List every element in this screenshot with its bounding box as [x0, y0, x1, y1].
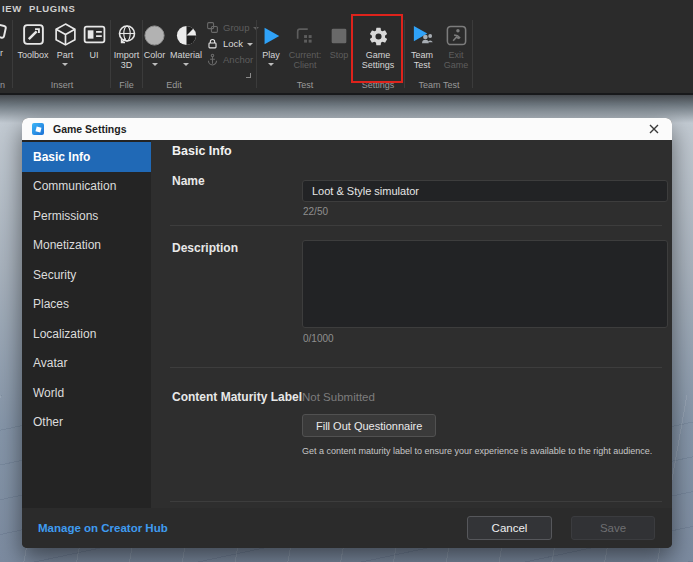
group-separator [12, 20, 13, 88]
dropdown-arrow-icon[interactable] [183, 63, 189, 66]
team-test-button[interactable]: Team Test [407, 16, 437, 74]
manage-creator-hub-link[interactable]: Manage on Creator Hub [38, 522, 168, 534]
name-label: Name [172, 174, 205, 188]
content-maturity-label: Content Maturity Label [172, 390, 302, 404]
dialog-footer: Manage on Creator Hub Cancel Save [22, 508, 672, 548]
import-3d-icon [115, 19, 139, 47]
description-input[interactable] [302, 240, 668, 328]
material-button[interactable]: Material [170, 16, 202, 74]
sidebar-item-monetization[interactable]: Monetization [22, 231, 151, 261]
dialog-launcher-icon[interactable] [246, 73, 251, 78]
clipped-section-label: n [0, 80, 12, 90]
color-button[interactable]: Color [143, 16, 166, 74]
insert-section-label: Insert [14, 80, 110, 90]
sidebar-item-places[interactable]: Places [22, 290, 151, 320]
ui-button[interactable]: UI [82, 16, 107, 74]
file-section-label: File [111, 80, 142, 90]
exit-game-icon [445, 19, 468, 47]
dropdown-arrow-icon[interactable] [152, 63, 158, 66]
sidebar-item-world[interactable]: World [22, 378, 151, 408]
ribbon-group-edit: Color Material [143, 16, 255, 92]
lock-button[interactable]: Lock [206, 37, 259, 50]
group-button: Group [206, 21, 259, 34]
sidebar-item-communication[interactable]: Communication [22, 172, 151, 202]
group-separator [404, 20, 405, 88]
name-input[interactable] [302, 180, 668, 202]
ribbon-group-test: Play Current: Client [258, 16, 352, 92]
ui-icon [82, 19, 107, 47]
play-icon [260, 19, 282, 47]
part-cube-icon [53, 19, 78, 47]
maturity-status-text: Not Submitted [302, 391, 375, 403]
section-divider [170, 225, 662, 226]
team-test-section-label: Team Test [406, 80, 472, 90]
sidebar-item-permissions[interactable]: Permissions [22, 201, 151, 231]
team-test-icon [411, 19, 434, 47]
sidebar-item-security[interactable]: Security [22, 260, 151, 290]
tab-plugins[interactable]: PLUGINS [29, 3, 75, 14]
ribbon-group-team-test: Team Test Exit Game Team Test [406, 16, 472, 92]
dialog-titlebar[interactable]: Game Settings [22, 118, 672, 140]
lock-icon [206, 37, 219, 50]
toolbox-icon [21, 19, 46, 47]
description-label: Description [172, 241, 238, 255]
section-divider [170, 367, 662, 368]
tab-view[interactable]: IEW [2, 3, 22, 14]
current-client-icon [294, 19, 316, 47]
description-char-counter: 0/1000 [303, 333, 334, 344]
dropdown-arrow-icon[interactable] [268, 63, 274, 66]
ribbon-tab-row: IEW PLUGINS [0, 0, 693, 16]
page-title: Basic Info [172, 144, 232, 158]
material-circle-icon [175, 19, 198, 47]
dropdown-arrow-icon[interactable] [62, 63, 68, 66]
play-button[interactable]: Play [260, 16, 282, 74]
stop-button: Stop [328, 16, 350, 74]
exit-game-button: Exit Game [441, 16, 471, 74]
color-circle-icon [143, 19, 166, 47]
toolbox-button[interactable]: Toolbox [17, 16, 48, 74]
test-section-label: Test [258, 80, 352, 90]
cancel-button[interactable]: Cancel [467, 516, 552, 540]
stop-icon [328, 19, 350, 47]
part-button[interactable]: Part [53, 16, 78, 74]
highlight-box [351, 14, 403, 83]
ribbon-group-file: Import 3D File [111, 16, 142, 92]
basic-info-panel: Basic Info Name 22/50 Description 0/1000… [151, 140, 672, 508]
anchor-button: Anchor [206, 53, 259, 66]
roblox-studio-logo-icon [32, 123, 44, 135]
name-char-counter: 22/50 [303, 206, 328, 217]
save-button: Save [571, 516, 655, 540]
current-client-button: Current: Client [286, 16, 324, 74]
game-settings-dialog: Game Settings Basic Info Communication P… [22, 118, 672, 548]
ribbon-group-insert: Toolbox Part [14, 16, 110, 92]
section-divider [170, 501, 662, 502]
group-objects-icon [206, 21, 219, 34]
anchor-icon [206, 53, 219, 66]
edit-section-label: Edit [143, 80, 205, 90]
settings-sidebar: Basic Info Communication Permissions Mon… [22, 140, 151, 508]
sidebar-item-basic-info[interactable]: Basic Info [22, 142, 151, 172]
ribbon-group-clipped: r n [0, 16, 12, 92]
sidebar-item-avatar[interactable]: Avatar [22, 349, 151, 379]
close-icon[interactable] [646, 121, 662, 137]
clipped-item-label: r [0, 48, 3, 58]
sidebar-item-other[interactable]: Other [22, 408, 151, 438]
import-3d-button[interactable]: Import 3D [112, 16, 142, 74]
clipped-icon [0, 23, 7, 40]
group-separator [256, 20, 257, 88]
ribbon-toolbar: IEW PLUGINS r n Toolbox [0, 0, 693, 95]
maturity-help-text: Get a content maturity label to ensure y… [302, 446, 674, 456]
group-separator [472, 20, 473, 88]
sidebar-item-localization[interactable]: Localization [22, 319, 151, 349]
dialog-title: Game Settings [53, 123, 127, 135]
fill-out-questionnaire-button[interactable]: Fill Out Questionnaire [302, 414, 436, 437]
dropdown-arrow-icon[interactable] [247, 43, 253, 46]
